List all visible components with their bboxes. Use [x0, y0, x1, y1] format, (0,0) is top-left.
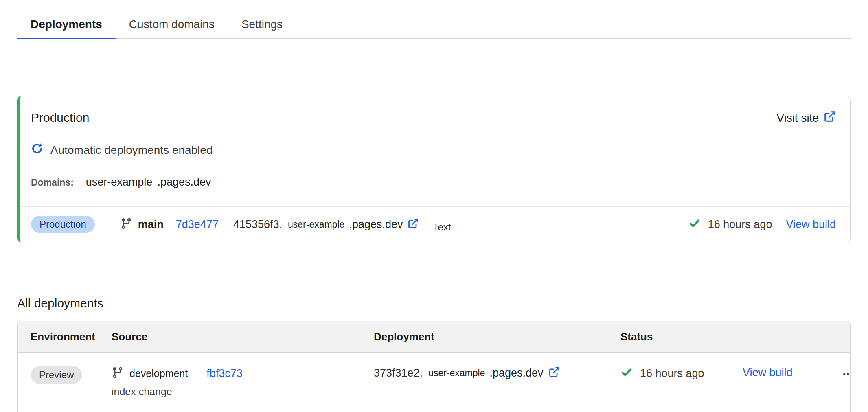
- tab-bar: Deployments Custom domains Settings: [17, 0, 851, 39]
- tab-settings[interactable]: Settings: [228, 11, 296, 39]
- ellipsis-icon[interactable]: [838, 366, 851, 382]
- visit-site-label: Visit site: [776, 112, 819, 125]
- external-link-icon[interactable]: [408, 218, 419, 231]
- view-build-link[interactable]: View build: [743, 366, 793, 379]
- commit-message: index change: [112, 386, 374, 398]
- production-card-head: Production Visit site: [20, 96, 850, 206]
- all-deployments-title: All deployments: [17, 296, 851, 311]
- git-branch-icon: [120, 217, 132, 231]
- deployment-cell: 373f31e2. user-example .pages.dev: [374, 353, 620, 379]
- deployment-time: 16 hours ago: [708, 218, 772, 231]
- refresh-icon: [31, 142, 43, 158]
- branch-name: development: [129, 368, 188, 379]
- deployment-time: 16 hours ago: [640, 367, 704, 380]
- deployment-suffix: .pages.dev: [349, 218, 403, 231]
- auto-deployments-text: Automatic deployments enabled: [50, 143, 213, 157]
- column-environment: Environment: [31, 331, 112, 343]
- commit-link[interactable]: 7d3e477: [176, 218, 219, 231]
- deployment-suffix: .pages.dev: [489, 367, 543, 379]
- branch-name: main: [138, 218, 164, 231]
- table-header: Environment Source Deployment Status: [18, 321, 850, 353]
- column-source: Source: [112, 331, 374, 343]
- external-link-icon: [824, 110, 836, 125]
- domains-label: Domains:: [31, 177, 74, 188]
- production-deployment-row: Production main 7d3e477 415356f3. user-e…: [20, 206, 850, 242]
- deployment-host: user-example: [428, 368, 485, 379]
- note-text: Text: [433, 221, 451, 233]
- deployment-id: 373f31e2.: [374, 367, 423, 379]
- commit-link[interactable]: fbf3c73: [206, 367, 243, 380]
- source-cell: development fbf3c73 index change: [112, 353, 374, 398]
- status-cell: 16 hours ago: [620, 353, 743, 380]
- column-status: Status: [620, 331, 743, 343]
- environment-badge: Preview: [31, 366, 82, 384]
- auto-deployments-row: Automatic deployments enabled: [31, 142, 836, 158]
- pages-project-screen: Deployments Custom domains Settings Prod…: [0, 0, 868, 412]
- deployment-id: 415356f3.: [233, 218, 282, 231]
- deployments-table: Environment Source Deployment Status Pre…: [17, 321, 851, 412]
- environment-cell: Preview: [31, 353, 112, 384]
- table-row: Preview development fbf3c73 index change…: [18, 353, 850, 412]
- view-build-cell: View build: [743, 353, 838, 379]
- domain-name: user-example: [86, 176, 153, 188]
- tab-deployments[interactable]: Deployments: [17, 11, 116, 39]
- visit-site-link[interactable]: Visit site: [776, 110, 836, 125]
- check-icon: [688, 217, 701, 231]
- git-branch-icon: [112, 366, 124, 380]
- menu-cell: [838, 353, 851, 382]
- external-link-icon[interactable]: [548, 366, 560, 379]
- domain-suffix: .pages.dev: [157, 176, 211, 188]
- domains-row: Domains: user-example .pages.dev: [31, 176, 836, 188]
- deployment-host: user-example: [288, 219, 344, 230]
- view-build-link[interactable]: View build: [786, 218, 836, 231]
- tab-custom-domains[interactable]: Custom domains: [116, 11, 228, 39]
- check-icon: [620, 366, 633, 380]
- production-title: Production: [31, 110, 89, 125]
- environment-badge: Production: [31, 216, 95, 233]
- column-deployment: Deployment: [374, 331, 620, 343]
- production-card: Production Visit site: [17, 96, 851, 242]
